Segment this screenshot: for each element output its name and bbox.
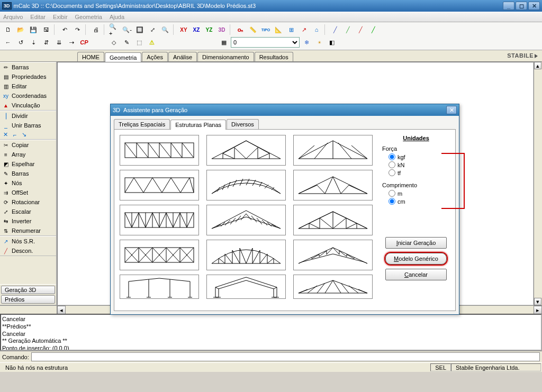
window-minimize-button[interactable]: _ xyxy=(503,2,514,10)
sidebar-quick-tools[interactable]: ✕⌐↘ xyxy=(0,130,56,139)
save-all-icon[interactable]: 🖫 xyxy=(40,24,52,35)
sidebar-offset[interactable]: ⇉OffSet xyxy=(0,188,56,197)
radio-tf[interactable]: tf xyxy=(389,169,450,177)
print-icon[interactable]: 🖨 xyxy=(90,24,102,35)
sidebar-nos[interactable]: ✦Nós xyxy=(0,178,56,188)
sidebar-unir-barras[interactable]: ⎯Unir Barras xyxy=(0,121,56,130)
dialog-tab-trelicas[interactable]: Treliças Espaciais xyxy=(114,119,170,129)
shape-pratt-truss[interactable] xyxy=(120,135,199,166)
pencil-icon[interactable]: ✎ xyxy=(121,37,132,48)
shape-gable-frame[interactable] xyxy=(206,275,286,299)
measure-icon[interactable]: 📐 xyxy=(273,24,284,35)
tab-acoes[interactable]: Ações xyxy=(142,52,168,61)
sidebar-dividir[interactable]: ⎮Dividir xyxy=(0,111,56,121)
tab-analise[interactable]: Análise xyxy=(168,52,197,61)
sidebar-propriedades[interactable]: ▤Propriedades xyxy=(0,72,56,81)
sidebar-array[interactable]: ≡Array xyxy=(0,150,56,159)
sidebar-barras[interactable]: ✏Barras xyxy=(0,62,56,72)
sidebar-coordenadas[interactable]: xyCoordenadas xyxy=(0,91,56,101)
zoom-realtime-icon[interactable]: 🔍 xyxy=(159,24,171,35)
dialog-close-button[interactable]: ✕ xyxy=(446,106,457,114)
dialog-tab-diversos[interactable]: Diversos xyxy=(227,119,259,129)
shape-parallel-chord[interactable] xyxy=(293,275,373,299)
shape-k-truss[interactable] xyxy=(120,205,199,235)
radio-kn[interactable]: kN xyxy=(389,161,450,169)
shape-portal-frame[interactable] xyxy=(120,275,199,299)
template-icon[interactable]: ▦ xyxy=(218,37,230,48)
sidebar-espelhar[interactable]: ◩Espelhar xyxy=(0,159,56,169)
erase-icon[interactable]: ◇ xyxy=(108,37,120,48)
arrow-curve-icon[interactable]: ↺ xyxy=(15,37,26,48)
warning-icon[interactable]: ⚠ xyxy=(146,37,158,48)
shape-monopitch-truss[interactable] xyxy=(293,240,373,270)
shape-scissor-lattice[interactable] xyxy=(206,205,286,235)
sidebar-renumerar[interactable]: ⇅Renumerar xyxy=(0,226,56,235)
all-icon[interactable]: ☀ xyxy=(313,37,325,48)
redo-icon[interactable]: ↷ xyxy=(71,24,83,35)
arrow-set-icon[interactable]: ⇊ xyxy=(53,37,65,48)
zoom-window-icon[interactable]: 🔲 xyxy=(134,24,146,35)
sidebar-geracao-3d-button[interactable]: Geração 3D xyxy=(1,286,55,294)
undo-icon[interactable]: ↶ xyxy=(59,24,70,35)
sidebar-rotacionar[interactable]: ⟳Rotacionar xyxy=(0,197,56,207)
zoom-extents-icon[interactable]: ⤢ xyxy=(147,24,158,35)
element-c-icon[interactable]: ╱ xyxy=(355,24,366,35)
sidebar-copiar[interactable]: ✂Copiar xyxy=(0,140,56,150)
modelo-generico-button[interactable]: Modelo Genérico xyxy=(385,253,447,265)
sidebar-editar[interactable]: ▥Editar xyxy=(0,81,56,91)
tab-dimensionamento[interactable]: Dimensionamento xyxy=(197,52,254,61)
open-file-icon[interactable]: 📂 xyxy=(15,24,26,35)
menu-geometria[interactable]: Geometria xyxy=(75,14,102,20)
sidebar-predios-button[interactable]: Prédios xyxy=(1,295,55,304)
cancelar-button[interactable]: Cancelar xyxy=(385,269,447,280)
sidebar-vinculacao[interactable]: ▲Vinculação xyxy=(0,101,56,110)
house-icon[interactable]: ⌂ xyxy=(311,24,322,35)
sidebar-nos-sr[interactable]: ↗Nós S.R. xyxy=(0,236,56,246)
on-button[interactable]: oₙ xyxy=(234,24,246,35)
shape-howe-gable[interactable] xyxy=(293,205,373,235)
grid-icon[interactable]: ⊞ xyxy=(285,24,297,35)
arrow-both-icon[interactable]: ⇵ xyxy=(40,37,52,48)
sidebar-inverter[interactable]: ⇆Inverter xyxy=(0,216,56,226)
view-xz-button[interactable]: XZ xyxy=(191,24,202,35)
vertical-scrollbar[interactable]: ▴ ▾ xyxy=(534,62,542,305)
tipo-button[interactable]: TIPO xyxy=(260,24,272,35)
radio-kgf[interactable]: kgf xyxy=(389,153,450,161)
view-3d-button[interactable]: 3D xyxy=(216,24,228,35)
shape-bowstring-lattice[interactable] xyxy=(206,170,286,200)
zoom-out-icon[interactable]: 🔍- xyxy=(121,24,133,35)
window-close-button[interactable]: ✕ xyxy=(528,2,540,10)
shape-gable-truss-simple[interactable] xyxy=(206,135,286,166)
radio-cm[interactable]: cm xyxy=(389,197,450,205)
menu-arquivo[interactable]: Arquivo xyxy=(3,14,23,20)
menu-exibir[interactable]: Exibir xyxy=(53,14,68,20)
arrow-down-icon[interactable]: ⇣ xyxy=(28,37,39,48)
menu-editar[interactable]: Editar xyxy=(30,14,46,20)
sidebar-escalar[interactable]: ⤢Escalar xyxy=(0,207,56,216)
cp-button[interactable]: CP xyxy=(78,37,90,48)
view-yz-button[interactable]: YZ xyxy=(203,24,215,35)
arrow-right-icon[interactable]: ⇢ xyxy=(66,37,77,48)
view-xy-button[interactable]: XY xyxy=(178,24,189,35)
new-file-icon[interactable]: 🗋 xyxy=(2,24,14,35)
shape-gable-truss-double[interactable] xyxy=(293,135,373,166)
outline-icon[interactable]: ⬚ xyxy=(133,37,145,48)
arrow-left-icon[interactable]: ← xyxy=(2,37,14,48)
element-d-icon[interactable]: ╱ xyxy=(367,24,379,35)
iniciar-geracao-button[interactable]: Iniciar Geração xyxy=(385,237,447,249)
element-b-icon[interactable]: ╱ xyxy=(342,24,354,35)
tab-home[interactable]: HOME xyxy=(77,52,104,61)
shape-x-braced-truss[interactable] xyxy=(120,240,199,270)
axis-icon[interactable]: ↗ xyxy=(298,24,310,35)
shape-fink-truss[interactable] xyxy=(293,170,373,200)
state-combo[interactable]: 0 xyxy=(231,37,300,48)
snow-icon[interactable]: ❄ xyxy=(301,37,312,48)
radio-m[interactable]: m xyxy=(389,189,450,197)
layers-icon[interactable]: ◧ xyxy=(326,37,338,48)
save-icon[interactable]: 💾 xyxy=(28,24,39,35)
tab-resultados[interactable]: Resultados xyxy=(255,52,293,61)
zoom-in-icon[interactable]: 🔍+ xyxy=(109,24,120,35)
shape-warren-truss[interactable] xyxy=(120,170,199,200)
sidebar-descon[interactable]: ╱Descon. xyxy=(0,246,56,256)
tab-geometria[interactable]: Geometria xyxy=(105,52,141,62)
